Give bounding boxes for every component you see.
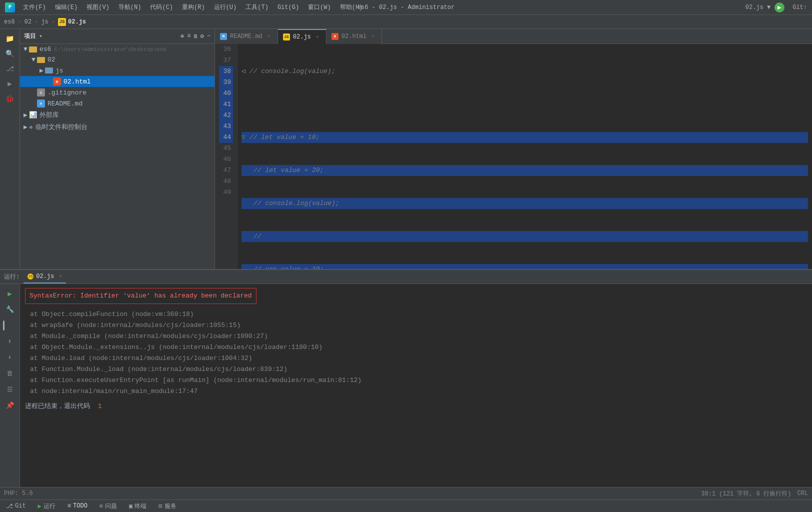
toolbar-terminal[interactable]: ▣ 终端: [127, 502, 148, 510]
toolbar-git[interactable]: ⎇ Git: [4, 502, 28, 510]
menu-git[interactable]: Git(G): [274, 2, 303, 12]
tree-icon-collapse-all[interactable]: ≡: [187, 32, 190, 40]
git-icon: ⎇: [6, 502, 13, 510]
tab-02js[interactable]: JS 02.js ×: [278, 29, 326, 44]
run-icon: ▶: [38, 502, 42, 510]
sidebar-icon-project[interactable]: 📁: [2, 32, 18, 46]
tree-icon-locate[interactable]: ⊕: [180, 32, 184, 40]
terminal-icon-lines[interactable]: ☰: [3, 382, 17, 396]
ln-39: 39: [219, 77, 233, 88]
toolbar-services[interactable]: ⊡ 服务: [156, 502, 178, 510]
ln-46: 46: [219, 154, 233, 165]
code-content[interactable]: ◁ // console.log(value); ▽ // let value …: [238, 44, 812, 269]
project-dropdown[interactable]: ▾: [39, 32, 42, 40]
status-php: PHP: 5.6: [4, 490, 33, 497]
tab-icon-readme: M: [220, 33, 227, 40]
tree-label-gitignore: .gitignore: [48, 89, 86, 96]
top-section: 📁 🔍 ⎇ ▶ 🐞 项目 ▾ ⊕ ≡ ≣ ⚙ − ▼ es6 C:\Users\…: [0, 29, 812, 269]
sidebar-icon-git[interactable]: ⎇: [2, 62, 18, 76]
tree-label-readme: README.md: [48, 100, 82, 108]
git-label[interactable]: Git↑: [792, 4, 807, 11]
stack-line-2: at wrapSafe (node:internal/modules/cjs/l…: [25, 320, 807, 331]
menu-window[interactable]: 窗口(W): [304, 2, 335, 13]
sidebar-icon-search[interactable]: 🔍: [2, 46, 18, 60]
nav-file-icon: JS: [58, 18, 66, 26]
terminal-icon-down[interactable]: ⬇: [3, 350, 17, 364]
nav-bar: es6 › 02 › js › JS 02.js: [0, 15, 812, 29]
stack-line-3: at Module._compile (node:internal/module…: [25, 331, 807, 342]
tree-label-scratch: 临时文件和控制台: [36, 122, 88, 132]
run-tab-close-02js[interactable]: ×: [58, 273, 62, 280]
status-bar: PHP: 5.6 38:1 (121 字符, 6 行换行符) CRL: [0, 487, 812, 500]
tree-item-es6[interactable]: ▼ es6 C:\Users\Administrator\Desktop\es6: [20, 44, 214, 54]
run-toolbar-label: 运行: [44, 502, 56, 510]
stack-line-5: at Module.load (node:internal/modules/cj…: [25, 353, 807, 364]
code-editor: 36 37 38 39 40 41 42 43 44 45 46 47 48 4…: [215, 44, 812, 269]
tab-label-02js: 02.js: [293, 34, 311, 40]
toolbar-problems[interactable]: ⊙ 问题: [98, 502, 119, 510]
run-label: 运行:: [4, 272, 20, 281]
stack-line-1: at Object.compileFunction (node:vm:360:1…: [25, 309, 807, 320]
breadcrumb-02[interactable]: 02: [24, 18, 32, 26]
ln-43: 43: [219, 121, 233, 132]
run-config[interactable]: 02.js ▼: [746, 4, 770, 11]
tab-close-02js[interactable]: ×: [314, 34, 321, 40]
tree-icon-settings[interactable]: ⚙: [200, 32, 204, 40]
tab-readme[interactable]: M README.md ×: [215, 29, 278, 44]
ln-47: 47: [219, 165, 233, 176]
tree-item-02[interactable]: ▼ 02: [20, 54, 214, 65]
window-title: es6 - 02.js - Administrator: [358, 4, 454, 11]
terminal-icon-trash[interactable]: 🗑: [3, 366, 17, 380]
terminal-icon-pipe[interactable]: [3, 320, 17, 330]
tree-item-gitignore[interactable]: G .gitignore: [20, 87, 214, 98]
menu-edit[interactable]: 编辑(E): [51, 2, 82, 13]
exit-line: 进程已结束，退出代码 1: [25, 401, 807, 412]
tree-item-scratch[interactable]: ▶ ◈ 临时文件和控制台: [20, 121, 214, 133]
menu-navigate[interactable]: 导航(N): [114, 2, 146, 13]
toolbar-run[interactable]: ▶ 运行: [36, 502, 58, 510]
sidebar-icon-run[interactable]: ▶: [2, 76, 18, 90]
menu-run[interactable]: 运行(U): [210, 2, 241, 13]
menu-tools[interactable]: 工具(T): [242, 2, 272, 13]
fold-36[interactable]: ◁: [242, 66, 246, 77]
terminal-icon-pin[interactable]: 📌: [3, 398, 17, 412]
folder-icon-es6: [29, 46, 37, 52]
tree-item-02html[interactable]: H 02.html: [20, 76, 214, 87]
arrow-libs: ▶: [22, 111, 29, 119]
tree-icon-minimize[interactable]: −: [207, 32, 210, 40]
breadcrumb-file[interactable]: 02.js: [68, 18, 86, 26]
todo-icon: ≡: [68, 502, 71, 510]
toolbar-todo[interactable]: ≡ TODO: [66, 502, 90, 510]
title-bar-left: P 文件(F) 编辑(E) 视图(V) 导航(N) 代码(C) 重构(R) 运行…: [5, 2, 366, 13]
status-encoding: CRL: [797, 490, 808, 497]
tab-02html[interactable]: H 02.html ×: [326, 29, 382, 44]
tree-item-readme[interactable]: M README.md: [20, 98, 214, 109]
menu-refactor[interactable]: 重构(R): [178, 2, 209, 13]
run-tab-02js[interactable]: JS 02.js ×: [24, 270, 66, 284]
error-message: SyntaxError: Identifier 'value' has alre…: [25, 288, 256, 304]
menu-code[interactable]: 代码(C): [146, 2, 177, 13]
tree-item-js[interactable]: ▶ js: [20, 65, 214, 76]
ln-45: 45: [219, 143, 233, 154]
run-button[interactable]: ▶: [774, 2, 784, 12]
tree-icon-expand-all[interactable]: ≣: [194, 32, 197, 40]
terminal-area: ▶ 🔧 ⬆ ⬇ 🗑 ☰ 📌 SyntaxError: Identifier 'v…: [0, 284, 812, 487]
arrow-js: ▶: [38, 66, 45, 74]
tab-close-02html[interactable]: ×: [370, 33, 376, 40]
terminal-icon-up[interactable]: ⬆: [3, 334, 17, 348]
menu-bar[interactable]: 文件(F) 编辑(E) 视图(V) 导航(N) 代码(C) 重构(R) 运行(U…: [19, 2, 366, 13]
menu-file[interactable]: 文件(F): [19, 2, 50, 13]
nav-sep-3: ›: [52, 18, 55, 26]
terminal-icon-play[interactable]: ▶: [3, 286, 17, 300]
tree-label-js: js: [56, 67, 64, 74]
menu-view[interactable]: 视图(V): [82, 2, 114, 13]
breadcrumb-js[interactable]: js: [41, 18, 48, 26]
fold-38[interactable]: ▽: [242, 132, 246, 143]
breadcrumb-es6[interactable]: es6: [4, 18, 15, 26]
terminal-icon-wrench[interactable]: 🔧: [3, 302, 17, 316]
services-icon: ⊡: [158, 502, 162, 510]
sidebar-icon-debug[interactable]: 🐞: [2, 92, 18, 106]
folder-icon-js: [45, 68, 53, 74]
tab-close-readme[interactable]: ×: [266, 33, 272, 40]
tree-item-external-libs[interactable]: ▶ 📊 外部库: [20, 109, 214, 121]
